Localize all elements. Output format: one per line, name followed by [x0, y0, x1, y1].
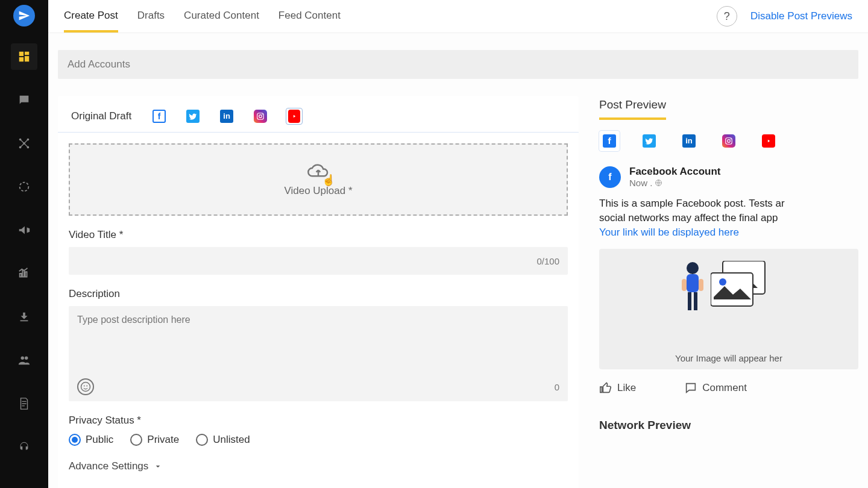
- preview-tab-linkedin[interactable]: in: [679, 131, 699, 151]
- image-placeholder-illustration: [681, 261, 777, 315]
- preview-column: Post Preview f in f Facebook Account N: [599, 96, 858, 432]
- left-sidebar: [0, 0, 48, 488]
- add-accounts-bar[interactable]: Add Accounts: [58, 50, 858, 79]
- network-tabs: Original Draft f in: [58, 107, 579, 133]
- video-title-label: Video Title *: [69, 229, 568, 241]
- radio-icon: [69, 434, 81, 446]
- nav-docs[interactable]: [11, 390, 37, 417]
- upload-label: Video Upload *: [284, 185, 352, 197]
- tab-feed[interactable]: Feed Content: [278, 0, 341, 33]
- svg-point-13: [259, 115, 262, 118]
- comment-label: Comment: [702, 382, 747, 394]
- post-link-placeholder: Your link will be displayed here: [599, 227, 739, 238]
- radio-unlisted-label: Unlisted: [213, 434, 250, 446]
- app-logo: [13, 5, 35, 27]
- comment-button[interactable]: Comment: [684, 381, 747, 395]
- post-body: This is a sample Facebook post. Tests ar…: [599, 196, 858, 239]
- cursor-icon: ☝: [322, 174, 335, 187]
- tab-curated[interactable]: Curated Content: [184, 0, 259, 33]
- video-title-input[interactable]: [69, 247, 568, 275]
- preview-tab-facebook[interactable]: f: [599, 131, 620, 151]
- tab-create-post[interactable]: Create Post: [64, 0, 118, 33]
- preview-tab-instagram[interactable]: [719, 131, 739, 151]
- instagram-icon: [722, 134, 735, 148]
- nav-messages[interactable]: [11, 87, 37, 113]
- nav-download[interactable]: [11, 304, 37, 330]
- description-input[interactable]: [69, 306, 568, 372]
- facebook-icon: f: [603, 134, 616, 148]
- nav-users[interactable]: [11, 347, 37, 374]
- preview-tab-twitter[interactable]: [639, 131, 659, 151]
- svg-rect-26: [682, 279, 687, 291]
- tab-original-draft[interactable]: Original Draft: [69, 107, 134, 126]
- tab-twitter[interactable]: [184, 108, 201, 125]
- preview-network-icons: f in: [599, 131, 858, 151]
- svg-rect-28: [688, 292, 691, 310]
- emoji-button[interactable]: [77, 378, 94, 395]
- svg-point-16: [81, 383, 90, 392]
- tab-linkedin[interactable]: in: [218, 108, 235, 125]
- tab-youtube[interactable]: [286, 108, 303, 125]
- radio-private[interactable]: Private: [130, 434, 179, 446]
- advance-settings-label: Advance Settings: [69, 460, 148, 472]
- svg-rect-25: [687, 274, 699, 292]
- svg-rect-1: [25, 52, 29, 55]
- svg-rect-2: [19, 57, 24, 61]
- preview-title: Post Preview: [599, 98, 666, 120]
- twitter-icon: [643, 134, 656, 148]
- svg-point-17: [84, 386, 85, 387]
- account-name: Facebook Account: [629, 166, 720, 178]
- tab-instagram[interactable]: [252, 108, 269, 125]
- tab-drafts[interactable]: Drafts: [137, 0, 165, 33]
- preview-tab-youtube[interactable]: [758, 131, 779, 151]
- help-button[interactable]: ?: [717, 6, 737, 27]
- nav-announce[interactable]: [11, 217, 37, 243]
- video-upload-area[interactable]: ☝ Video Upload *: [69, 143, 568, 216]
- emoji-icon: [80, 381, 91, 392]
- description-label: Description: [69, 288, 568, 300]
- post-actions: Like Comment: [599, 381, 858, 395]
- like-icon: [599, 381, 612, 395]
- privacy-label: Privacy Status *: [69, 414, 568, 427]
- compose-card: Original Draft f in ☝ Video Upload * Vid…: [58, 96, 579, 488]
- nav-connections[interactable]: [11, 130, 37, 157]
- post-time: Now .: [629, 178, 720, 188]
- radio-public-label: Public: [86, 434, 113, 446]
- radio-public[interactable]: Public: [69, 434, 113, 446]
- facebook-icon: f: [153, 110, 166, 123]
- description-count: 0: [555, 382, 559, 392]
- svg-point-32: [719, 278, 726, 286]
- linkedin-icon: in: [220, 110, 233, 123]
- svg-rect-0: [19, 52, 24, 56]
- twitter-icon: [186, 110, 200, 123]
- top-bar: Create Post Drafts Curated Content Feed …: [48, 0, 868, 33]
- linkedin-icon: in: [682, 134, 696, 148]
- radio-private-label: Private: [147, 434, 179, 446]
- youtube-icon: [762, 134, 775, 148]
- advance-settings-toggle[interactable]: Advance Settings: [69, 460, 568, 472]
- post-image-placeholder: Your Image will appear her: [599, 249, 858, 369]
- network-preview-heading: Network Preview: [599, 419, 858, 432]
- top-tabs: Create Post Drafts Curated Content Feed …: [64, 0, 341, 33]
- nav-dashboard[interactable]: [11, 43, 37, 70]
- instagram-icon: [254, 110, 267, 123]
- svg-point-11: [25, 357, 28, 360]
- radio-icon: [196, 434, 208, 446]
- disable-previews-link[interactable]: Disable Post Previews: [750, 10, 852, 22]
- svg-rect-3: [25, 56, 29, 61]
- tab-facebook[interactable]: f: [151, 108, 168, 125]
- svg-rect-27: [699, 279, 703, 291]
- svg-rect-31: [711, 273, 753, 306]
- like-button[interactable]: Like: [599, 381, 636, 395]
- nav-target[interactable]: [11, 174, 37, 200]
- facebook-avatar: f: [599, 166, 621, 188]
- nav-support[interactable]: [11, 434, 37, 460]
- image-placeholder-label: Your Image will appear her: [675, 353, 782, 363]
- nav-analytics[interactable]: [11, 260, 37, 287]
- radio-unlisted[interactable]: Unlisted: [196, 434, 250, 446]
- facebook-preview: f Facebook Account Now . This is a sampl…: [599, 166, 858, 395]
- comment-icon: [684, 381, 697, 395]
- youtube-icon: [288, 110, 300, 123]
- svg-point-20: [728, 140, 731, 143]
- svg-point-9: [20, 183, 29, 192]
